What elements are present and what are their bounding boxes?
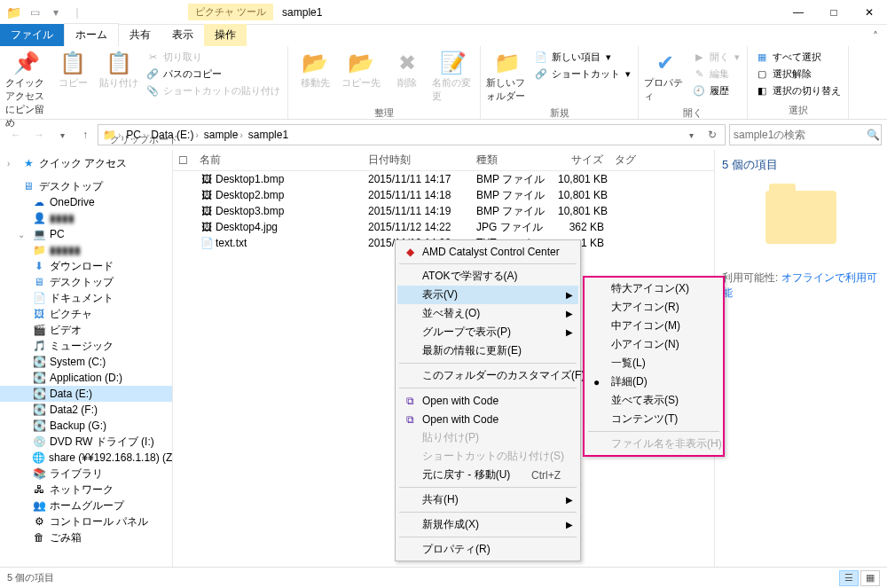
ctx-view[interactable]: 表示(V)▶ — [397, 286, 578, 304]
crumb-pc-icon[interactable]: 📁 › — [100, 129, 123, 141]
ctx-refresh[interactable]: 最新の情報に更新(E) — [397, 341, 578, 360]
tree-app-d[interactable]: 💽Application (D:) — [0, 370, 172, 386]
tree-pc[interactable]: ⌄💻PC — [0, 226, 172, 242]
tree-data-e[interactable]: 💽Data (E:) — [0, 386, 172, 402]
ctx-share[interactable]: 共有(H)▶ — [397, 490, 578, 509]
tree-pictures[interactable]: 🖼ピクチャ — [0, 306, 172, 322]
address-dropdown[interactable]: ▾ — [680, 124, 702, 145]
tree-desktop[interactable]: 🖥デスクトップ — [0, 274, 172, 290]
refresh-button[interactable]: ↻ — [702, 124, 723, 145]
maximize-button[interactable]: □ — [816, 0, 852, 25]
back-button[interactable]: ← — [5, 124, 27, 145]
new-item-button[interactable]: 📄新しい項目▾ — [532, 50, 632, 65]
view-content[interactable]: コンテンツ(T) — [586, 410, 721, 428]
address-box[interactable]: 📁 › PC › Data (E:) › sample › sample1 ▾ … — [98, 124, 726, 145]
ctx-group[interactable]: グループで表示(P)▶ — [397, 323, 578, 341]
rename-button[interactable]: 📝名前の変更 — [430, 48, 476, 105]
search-icon[interactable]: 🔍 — [867, 129, 880, 141]
copy-path-button[interactable]: 🔗パスのコピー — [144, 67, 282, 82]
col-type[interactable]: 種類 — [471, 153, 553, 168]
ctx-undo[interactable]: 元に戻す - 移動(U)Ctrl+Z — [397, 466, 578, 484]
view-hide-filenames[interactable]: ファイル名を非表示(H) — [586, 435, 721, 453]
ctx-new[interactable]: 新規作成(X)▶ — [397, 515, 578, 534]
select-none-button[interactable]: ▢選択解除 — [753, 67, 843, 82]
cut-button[interactable]: ✂切り取り — [144, 50, 282, 65]
view-details[interactable]: ●詳細(D) — [586, 372, 721, 391]
view-extra-large[interactable]: 特大アイコン(X) — [586, 279, 721, 298]
ctx-atok[interactable]: ATOKで学習する(A) — [397, 267, 578, 286]
copy-to-button[interactable]: 📂コピー先 — [338, 48, 384, 91]
ctx-properties[interactable]: プロパティ(R) — [397, 540, 578, 559]
tree-onedrive[interactable]: ☁OneDrive — [0, 194, 172, 210]
select-invert-button[interactable]: ◧選択の切り替え — [753, 83, 843, 98]
view-list[interactable]: 一覧(L) — [586, 354, 721, 372]
file-row[interactable]: 🖼Desktop2.bmp2015/11/11 14:18BMP ファイル10,… — [173, 187, 714, 203]
tree-music[interactable]: 🎵ミュージック — [0, 338, 172, 354]
col-size[interactable]: サイズ — [553, 153, 609, 168]
tree-data2-f[interactable]: 💽Data2 (F:) — [0, 402, 172, 418]
up-button[interactable]: ↑ — [75, 124, 96, 145]
recent-locations-button[interactable]: ▾ — [51, 124, 73, 145]
tree-system-c[interactable]: 💽System (C:) — [0, 354, 172, 370]
file-row[interactable]: 🖼Desktop1.bmp2015/11/11 14:17BMP ファイル10,… — [173, 171, 714, 187]
tab-share[interactable]: 共有 — [119, 24, 161, 46]
view-thumbnails-toggle[interactable]: ▦ — [860, 570, 880, 586]
tree-network[interactable]: 🖧ネットワーク — [0, 482, 172, 498]
ribbon-collapse-button[interactable]: ˄ — [864, 27, 887, 46]
tree-quick-access[interactable]: ›★クイック アクセス — [0, 155, 172, 171]
search-box[interactable]: 🔍 — [729, 124, 882, 145]
delete-button[interactable]: ✖削除 — [384, 48, 430, 91]
col-name[interactable]: 名前 — [194, 153, 363, 168]
tab-file[interactable]: ファイル — [0, 24, 64, 46]
paste-button[interactable]: 📋貼り付け — [96, 48, 142, 91]
col-checkbox[interactable]: ☐ — [173, 154, 194, 167]
new-folder-button[interactable]: 📁新しいフォルダー — [484, 48, 530, 105]
qat-dropdown[interactable]: ▾ — [46, 3, 66, 22]
tab-home[interactable]: ホーム — [64, 23, 119, 46]
ctx-open-code2[interactable]: ⧉Open with Code — [397, 410, 578, 428]
file-row[interactable]: 🖼Desktop4.jpg2015/11/12 14:22JPG ファイル362… — [173, 219, 714, 235]
crumb-pc[interactable]: PC › — [123, 129, 148, 141]
ctx-customize[interactable]: このフォルダーのカスタマイズ(F)... — [397, 366, 578, 385]
view-large[interactable]: 大アイコン(R) — [586, 298, 721, 317]
tree-downloads[interactable]: ⬇ダウンロード — [0, 258, 172, 274]
tree-backup-g[interactable]: 💽Backup (G:) — [0, 418, 172, 434]
paste-shortcut-button[interactable]: 📎ショートカットの貼り付け — [144, 83, 282, 98]
properties-button[interactable]: ✔プロパティ — [642, 48, 688, 105]
tab-picture-tools[interactable]: 操作 — [204, 24, 247, 46]
tree-share[interactable]: 🌐share (¥¥192.168.1.18) (Z:) — [0, 450, 172, 466]
forward-button[interactable]: → — [28, 124, 50, 145]
tree-control-panel[interactable]: ⚙コントロール パネル — [0, 514, 172, 529]
view-tiles[interactable]: 並べて表示(S) — [586, 391, 721, 410]
tree-blur[interactable]: 📁▮▮▮▮▮ — [0, 242, 172, 258]
col-tag[interactable]: タグ — [609, 153, 663, 168]
tree-recycle[interactable]: 🗑ごみ箱 — [0, 529, 172, 545]
ctx-open-code1[interactable]: ⧉Open with Code — [397, 391, 578, 410]
tree-documents[interactable]: 📄ドキュメント — [0, 290, 172, 306]
tree-dvd[interactable]: 💿DVD RW ドライブ (I:) — [0, 434, 172, 450]
app-icon[interactable]: 📁 — [4, 3, 23, 22]
select-all-button[interactable]: ▦すべて選択 — [753, 50, 843, 65]
crumb-folder2[interactable]: sample1 — [246, 129, 291, 141]
ctx-paste[interactable]: 貼り付け(P) — [397, 428, 578, 447]
view-medium[interactable]: 中アイコン(M) — [586, 317, 721, 335]
new-shortcut-button[interactable]: 🔗ショートカット▾ — [532, 67, 632, 82]
qat-item[interactable]: ▭ — [25, 3, 44, 22]
pin-quick-access-button[interactable]: 📌クイック アクセスにピン留め — [4, 48, 50, 131]
col-date[interactable]: 日付時刻 — [363, 153, 471, 168]
view-details-toggle[interactable]: ☰ — [839, 570, 859, 586]
copy-button[interactable]: 📋コピー — [50, 48, 96, 91]
tree-homegroup[interactable]: 👥ホームグループ — [0, 498, 172, 514]
close-button[interactable]: ✕ — [852, 0, 887, 25]
edit-button[interactable]: ✎編集 — [690, 67, 742, 82]
open-button[interactable]: ▶開く▾ — [690, 50, 742, 65]
tree-library[interactable]: 📚ライブラリ — [0, 466, 172, 482]
search-input[interactable] — [734, 129, 867, 141]
move-to-button[interactable]: 📂移動先 — [292, 48, 338, 91]
history-button[interactable]: 🕘履歴 — [690, 83, 742, 98]
tree-videos[interactable]: 🎬ビデオ — [0, 322, 172, 338]
tree-user[interactable]: 👤▮▮▮▮ — [0, 210, 172, 226]
file-row[interactable]: 🖼Desktop3.bmp2015/11/11 14:19BMP ファイル10,… — [173, 203, 714, 219]
view-small[interactable]: 小アイコン(N) — [586, 335, 721, 354]
tab-view[interactable]: 表示 — [161, 24, 204, 46]
